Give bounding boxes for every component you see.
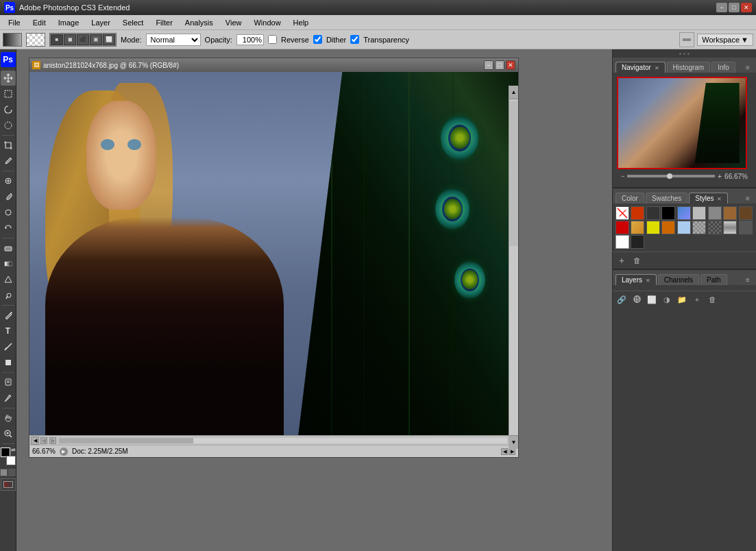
zoom-in-icon[interactable]: +	[718, 172, 722, 180]
brush-tip-3[interactable]: ⬛	[77, 34, 89, 45]
gradient-tool[interactable]	[1, 256, 16, 271]
quick-selection-tool[interactable]	[1, 118, 16, 133]
menu-edit[interactable]: Edit	[27, 17, 51, 28]
notes-tool[interactable]	[1, 375, 16, 390]
blur-tool[interactable]	[1, 272, 16, 287]
lasso-tool[interactable]	[1, 102, 16, 117]
tab-paths[interactable]: Path	[700, 274, 727, 285]
style-red-orange[interactable]	[631, 206, 644, 220]
style-dk-pattern-2[interactable]	[708, 221, 722, 234]
eyedropper-tool[interactable]	[1, 154, 16, 169]
style-black[interactable]	[661, 206, 675, 220]
zoom-slider[interactable]	[627, 175, 714, 177]
layer-effects-button[interactable]: ⓯	[631, 293, 643, 306]
vertical-scrollbar[interactable]: ▲ ▼	[509, 86, 518, 449]
layer-delete-button[interactable]: 🗑	[706, 293, 718, 306]
tab-swatches[interactable]: Swatches	[646, 193, 687, 204]
menu-select[interactable]: Select	[117, 17, 149, 28]
zoom-tool[interactable]	[1, 426, 16, 441]
navigator-menu-button[interactable]: ≡	[742, 62, 753, 73]
menu-file[interactable]: File	[3, 17, 26, 28]
zoom-slider-thumb[interactable]	[667, 173, 672, 179]
quick-mask-button[interactable]	[1, 478, 16, 491]
layers-tab-close[interactable]: ✕	[646, 278, 650, 284]
brush-tip-4[interactable]: ▣	[90, 34, 102, 45]
styles-delete-button[interactable]: 🗑	[631, 254, 643, 267]
layer-link-button[interactable]: 🔗	[615, 293, 628, 306]
layer-group-button[interactable]: 📁	[676, 293, 688, 306]
brush-presets[interactable]: ■ ◼ ⬛ ▣ ⬜	[49, 33, 117, 47]
brush-tip-2[interactable]: ◼	[64, 34, 76, 45]
minimize-button[interactable]: −	[716, 3, 727, 12]
hand-tool[interactable]	[1, 411, 16, 426]
navigator-tab-close[interactable]: ✕	[655, 65, 659, 71]
scroll-step-back[interactable]: ◁	[40, 437, 47, 444]
menu-help[interactable]: Help	[288, 17, 315, 28]
menu-window[interactable]: Window	[248, 17, 286, 28]
tab-color[interactable]: Color	[615, 193, 644, 204]
zoom-out-icon[interactable]: −	[621, 173, 624, 180]
style-pattern-2[interactable]	[692, 221, 706, 234]
background-color[interactable]	[6, 456, 16, 465]
tab-navigator[interactable]: Navigator ✕	[615, 62, 666, 73]
opacity-input[interactable]	[236, 34, 264, 45]
text-tool[interactable]: T	[1, 323, 16, 339]
workspace-button[interactable]: Workspace ▼	[697, 34, 753, 46]
style-white-2[interactable]	[615, 235, 629, 249]
dodge-tool[interactable]	[1, 288, 16, 303]
pen-tool[interactable]	[1, 308, 16, 323]
healing-brush-tool[interactable]	[1, 173, 16, 188]
menu-layer[interactable]: Layer	[86, 17, 116, 28]
foreground-color-swatch[interactable]	[3, 33, 22, 47]
rectangular-marquee-tool[interactable]	[1, 86, 16, 101]
layer-adjustment-button[interactable]: ◑	[661, 293, 673, 306]
style-brown-2[interactable]	[723, 206, 737, 220]
maximize-button[interactable]: □	[729, 3, 740, 12]
menu-view[interactable]: View	[220, 17, 247, 28]
menu-filter[interactable]: Filter	[150, 17, 178, 28]
style-lt-blue-2[interactable]	[677, 221, 691, 234]
close-button[interactable]: ✕	[741, 3, 752, 12]
tab-info[interactable]: Info	[711, 62, 735, 73]
brush-tip-5[interactable]: ⬜	[103, 34, 115, 45]
scroll-step-fwd[interactable]: ▷	[49, 437, 56, 444]
style-blue-gradient[interactable]	[677, 206, 691, 220]
style-dark-2[interactable]	[739, 221, 753, 234]
nav-prev-button[interactable]: ◀	[501, 448, 508, 455]
menu-image[interactable]: Image	[53, 17, 85, 28]
move-tool[interactable]	[1, 71, 16, 86]
style-metal-2[interactable]	[723, 221, 737, 234]
color-menu-button[interactable]: ≡	[742, 193, 753, 204]
transparency-checkbox[interactable]	[350, 35, 359, 44]
h-scroll-thumb[interactable]	[59, 438, 193, 443]
h-scroll-track[interactable]	[59, 438, 507, 443]
history-brush-tool[interactable]	[1, 221, 16, 236]
eraser-tool[interactable]	[1, 241, 16, 256]
full-screen-mode[interactable]	[8, 469, 16, 476]
menu-analysis[interactable]: Analysis	[180, 17, 219, 28]
dither-checkbox[interactable]	[313, 35, 322, 44]
tab-styles[interactable]: Styles ✕	[689, 193, 728, 204]
eyedropper-tool-2[interactable]	[1, 391, 16, 406]
path-selection-tool[interactable]	[1, 339, 16, 354]
tab-channels[interactable]: Channels	[658, 274, 699, 285]
brush-tip-1[interactable]: ■	[51, 34, 63, 45]
tab-layers[interactable]: Layers ✕	[615, 274, 657, 285]
layer-new-button[interactable]: +	[691, 293, 703, 306]
styles-tab-close[interactable]: ✕	[717, 196, 722, 202]
style-darkest[interactable]	[631, 235, 644, 249]
gradient-preview[interactable]	[26, 33, 45, 47]
style-bright-red[interactable]	[615, 221, 629, 234]
style-orange-2[interactable]	[661, 221, 675, 234]
style-gold-gradient[interactable]	[631, 221, 644, 234]
layer-mask-button[interactable]: ⬜	[646, 293, 658, 306]
style-none[interactable]	[615, 206, 629, 220]
mode-select[interactable]: Normal Dissolve Multiply Screen	[146, 34, 201, 46]
scroll-left-button[interactable]: ◀	[31, 437, 39, 445]
style-yellow[interactable]	[646, 221, 660, 234]
style-dk-gray[interactable]	[646, 206, 660, 220]
styles-create-button[interactable]: +	[615, 254, 628, 267]
doc-minimize-button[interactable]: −	[484, 60, 493, 70]
clone-stamp-tool[interactable]	[1, 205, 16, 220]
horizontal-scrollbar[interactable]: ◀ ◁ ▷ ▶	[29, 435, 518, 445]
